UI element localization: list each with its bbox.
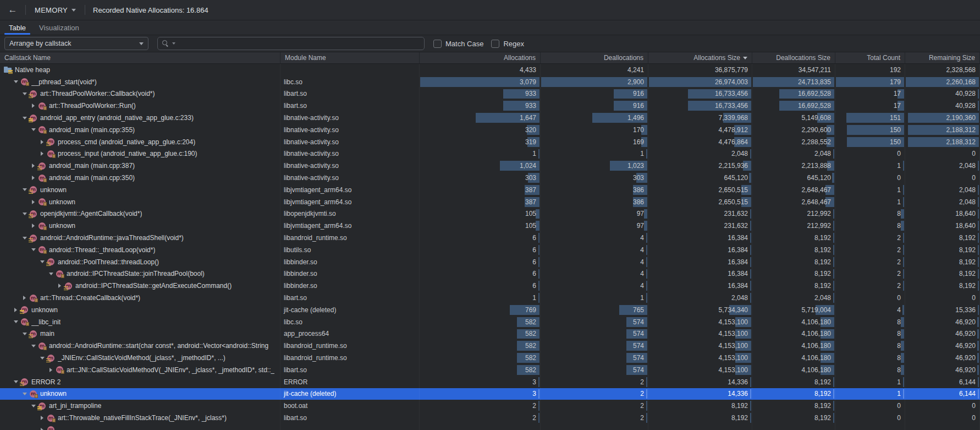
callstack-cell[interactable]: process_input (android_native_app_glue.c…	[0, 148, 280, 160]
callstack-cell[interactable]: main	[0, 328, 280, 340]
callstack-cell[interactable]: android_main (main.cpp:350)	[0, 172, 280, 184]
callstack-cell[interactable]: ERROR 2	[0, 376, 280, 388]
callstack-cell[interactable]: process_cmd (android_native_app_glue.c:2…	[0, 136, 280, 148]
column-header-remaining-size[interactable]: Remaining Size	[905, 52, 980, 63]
expand-toggle-icon[interactable]	[30, 104, 36, 108]
expand-toggle-icon[interactable]	[57, 284, 63, 288]
callstack-cell[interactable]: android_main (main.cpp:355)	[0, 124, 280, 136]
search-box[interactable]	[157, 37, 425, 50]
callstack-cell[interactable]: android::AndroidRuntime::start(char cons…	[0, 340, 280, 352]
search-input[interactable]	[178, 40, 420, 47]
column-header-module-name[interactable]: Module Name	[280, 52, 420, 63]
collapse-toggle-icon[interactable]	[13, 320, 19, 323]
collapse-toggle-icon[interactable]	[30, 128, 36, 131]
callstack-cell[interactable]: art::Thread::CreateCallback(void*)	[0, 292, 280, 304]
table-row[interactable]: unknownlibjvmtiagent_arm64.so3873862,650…	[0, 196, 980, 208]
table-row[interactable]: android_main (main.cpp:350)libnative-act…	[0, 172, 980, 184]
table-row[interactable]: unknownlibjvmtiagent_arm64.so3873862,650…	[0, 184, 980, 196]
search-icon[interactable]	[162, 40, 169, 47]
table-row[interactable]: art::JNI::CallStaticVoidMethodV(_JNIEnv*…	[0, 364, 980, 376]
checkbox-icon[interactable]	[433, 40, 442, 48]
callstack-cell[interactable]: android_app_entry (android_native_app_gl…	[0, 112, 280, 124]
column-header-total-count[interactable]: Total Count	[835, 52, 905, 63]
collapse-toggle-icon[interactable]	[39, 357, 45, 360]
collapse-toggle-icon[interactable]	[21, 213, 27, 215]
expand-toggle-icon[interactable]	[39, 428, 45, 430]
callstack-cell[interactable]: openjdkjvmti::AgentCallback(void*)	[0, 208, 280, 220]
expand-toggle-icon[interactable]	[21, 296, 27, 300]
column-header-allocations[interactable]: Allocations	[420, 52, 541, 63]
column-header-deallocations-size[interactable]: Deallocations Size	[752, 52, 835, 63]
regex-checkbox[interactable]: Regex	[491, 40, 524, 48]
collapse-toggle-icon[interactable]	[39, 260, 45, 263]
callstack-cell[interactable]: art_jni_trampoline	[0, 400, 280, 412]
expand-toggle-icon[interactable]	[39, 151, 45, 156]
expand-toggle-icon[interactable]	[39, 416, 45, 420]
match-case-checkbox[interactable]: Match Case	[433, 40, 483, 48]
callstack-cell[interactable]: art::ThreadPoolWorker::Run()	[0, 100, 280, 112]
table-row[interactable]: android_app_entry (android_native_app_gl…	[0, 112, 980, 124]
collapse-toggle-icon[interactable]	[21, 117, 27, 119]
table-row[interactable]: android_main (main.cpp:387)libnative-act…	[0, 160, 980, 172]
table-row[interactable]: Native heap4,4334,24136,875,77934,547,21…	[0, 64, 980, 76]
table-row[interactable]: android_main (main.cpp:355)libnative-act…	[0, 124, 980, 136]
callstack-cell[interactable]: android::IPCThreadState::joinThreadPool(…	[0, 268, 280, 280]
table-row[interactable]: android::IPCThreadState::joinThreadPool(…	[0, 268, 980, 280]
table-row[interactable]: process_cmd (android_native_app_glue.c:2…	[0, 136, 980, 148]
table-row[interactable]: __pthread_start(void*)libc.so3,0792,9002…	[0, 76, 980, 88]
expand-toggle-icon[interactable]	[30, 176, 36, 180]
collapse-toggle-icon[interactable]	[13, 380, 19, 383]
callstack-cell[interactable]: android::PoolThread::threadLoop()	[0, 256, 280, 268]
search-history-chevron-icon[interactable]	[172, 42, 175, 45]
checkbox-icon[interactable]	[491, 40, 499, 48]
callstack-cell[interactable]: art::Throwable_nativeFillInStackTrace(_J…	[0, 412, 280, 424]
table-row[interactable]: _JNIEnv::CallStaticVoidMethod(_jclass*, …	[0, 352, 980, 364]
callstack-cell[interactable]: __pthread_start(void*)	[0, 76, 280, 88]
table-row[interactable]: android::AndroidRuntime::start(char cons…	[0, 340, 980, 352]
arrange-by-dropdown[interactable]: Arrange by callstack	[4, 37, 148, 50]
session-dropdown[interactable]: MEMORY	[31, 4, 79, 16]
tab-visualization[interactable]: Visualization	[34, 20, 85, 35]
table-row[interactable]: mainapp_process645825744,153,1004,106,18…	[0, 328, 980, 340]
expand-toggle-icon[interactable]	[30, 224, 36, 228]
expand-toggle-icon[interactable]	[13, 308, 19, 312]
table-row[interactable]: __libc_initlibc.so5825744,153,1004,106,1…	[0, 316, 980, 328]
callstack-cell[interactable]: unknown	[0, 304, 280, 316]
callstack-cell[interactable]: unknown	[0, 184, 280, 196]
column-header-callstack-name[interactable]: Callstack Name	[0, 52, 280, 63]
callstack-cell[interactable]: unknown	[0, 196, 280, 208]
table-row[interactable]: art::Thread::CreateCallback(void*)libart…	[0, 292, 980, 304]
tab-table[interactable]: Table	[3, 20, 31, 35]
collapse-toggle-icon[interactable]	[30, 345, 36, 347]
callstack-cell[interactable]: __libc_init	[0, 316, 280, 328]
collapse-toggle-icon[interactable]	[21, 393, 27, 395]
table-row[interactable]: android::Thread::_threadLoop(void*)libut…	[0, 244, 980, 256]
callstack-cell[interactable]: _JNIEnv::CallStaticVoidMethod(_jclass*, …	[0, 352, 280, 364]
table-row[interactable]: android::IPCThreadState::getAndExecuteCo…	[0, 280, 980, 292]
callstack-cell[interactable]: unknown	[0, 388, 280, 400]
expand-toggle-icon[interactable]	[30, 164, 36, 168]
collapse-toggle-icon[interactable]	[21, 92, 27, 95]
collapse-toggle-icon[interactable]	[30, 248, 36, 251]
table-row[interactable]: art::ThreadPoolWorker::Callback(void*)li…	[0, 88, 980, 100]
table-row[interactable]: unknownjit-cache (deleted)7697655,734,34…	[0, 304, 980, 316]
expand-toggle-icon[interactable]	[30, 200, 36, 204]
table-row[interactable]: android::AndroidRuntime::javaThreadShell…	[0, 232, 980, 244]
collapse-toggle-icon[interactable]	[21, 333, 27, 335]
collapse-toggle-icon[interactable]	[30, 405, 36, 407]
expand-toggle-icon[interactable]	[48, 368, 54, 372]
table-row[interactable]: openjdkjvmti::AgentCallback(void*)libope…	[0, 208, 980, 220]
callstack-cell[interactable]: unknown	[0, 220, 280, 232]
callstack-cell[interactable]: android::AndroidRuntime::javaThreadShell…	[0, 232, 280, 244]
expand-toggle-icon[interactable]	[39, 140, 45, 144]
back-arrow-icon[interactable]: ←	[5, 3, 20, 17]
table-row[interactable]: android::PoolThread::threadLoop()libbind…	[0, 256, 980, 268]
table-row[interactable]: unknownjit-cache (deleted)3214,3368,1921…	[0, 388, 980, 400]
callstack-cell[interactable]: android::Thread::_threadLoop(void*)	[0, 244, 280, 256]
callstack-cell[interactable]: android_main (main.cpp:387)	[0, 160, 280, 172]
collapse-toggle-icon[interactable]	[13, 80, 19, 83]
table-row[interactable]: unknownlibjvmtiagent_arm64.so10597231,63…	[0, 220, 980, 232]
callstack-cell[interactable]: art::JNI::CallStaticVoidMethodV(_JNIEnv*…	[0, 364, 280, 376]
column-header-allocations-size[interactable]: Allocations Size	[648, 52, 752, 63]
collapse-toggle-icon[interactable]	[21, 188, 27, 191]
